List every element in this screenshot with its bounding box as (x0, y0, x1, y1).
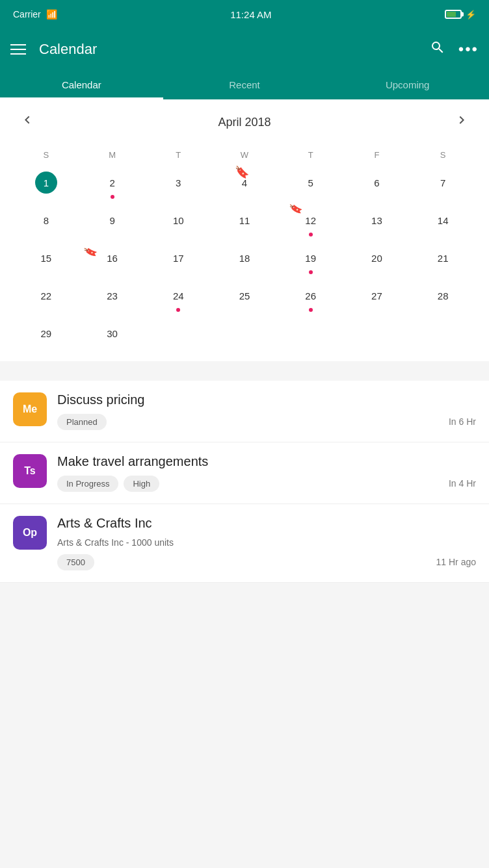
app-title: Calendar (39, 41, 97, 58)
event-time-travel: In 4 Hr (449, 476, 476, 489)
day-header-tue: T (145, 147, 211, 162)
calendar-day-12[interactable]: 🔖 12 (278, 205, 344, 240)
calendar-day-3[interactable]: 3 (145, 168, 211, 203)
calendar-day-26[interactable]: 26 (278, 281, 344, 316)
calendar-day-11[interactable]: 11 (211, 205, 278, 240)
event-time-discuss-pricing: In 6 Hr (449, 414, 476, 427)
lightning-icon: ⚡ (466, 10, 476, 19)
event-meta-discuss-pricing: Planned In 6 Hr (57, 414, 476, 430)
event-time-arts-crafts: 11 Hr ago (436, 554, 476, 567)
event-item-travel[interactable]: Ts Make travel arrangements In Progress … (0, 442, 489, 504)
calendar-nav: April 2018 (13, 110, 476, 134)
tab-bar: Calendar Recent Upcoming (0, 70, 489, 99)
calendar-day-5[interactable]: 5 (278, 168, 344, 203)
calendar-day-20[interactable]: 20 (344, 243, 410, 278)
battery-icon (445, 10, 462, 19)
calendar-day-empty-4 (344, 318, 410, 348)
calendar-day-8[interactable]: 8 (13, 205, 79, 240)
flag-icon-16: 🔖 (83, 244, 99, 260)
app-bar-right: ••• (430, 40, 479, 59)
calendar-day-9[interactable]: 9 (79, 205, 146, 240)
calendar-day-1[interactable]: 1 (13, 168, 79, 203)
calendar-section: April 2018 S M T W T F S 1 2 (0, 99, 489, 361)
event-tag-7500: 7500 (57, 554, 94, 570)
event-content-discuss-pricing: Discuss pricing Planned In 6 Hr (57, 392, 476, 430)
calendar-days: 1 2 3 🔖 4 5 6 7 8 (13, 168, 476, 348)
calendar-day-22[interactable]: 22 (13, 281, 79, 316)
status-bar: Carrier 📶 11:24 AM ⚡ (0, 0, 489, 29)
event-tags-travel: In Progress High (57, 476, 159, 492)
event-title-arts-crafts: Arts & Crafts Inc (57, 516, 476, 531)
tab-upcoming[interactable]: Upcoming (326, 70, 489, 99)
menu-line-2 (10, 49, 26, 50)
event-item-discuss-pricing[interactable]: Me Discuss pricing Planned In 6 Hr (0, 381, 489, 442)
day-header-wed: W (211, 147, 278, 162)
event-content-arts-crafts: Arts & Crafts Inc Arts & Crafts Inc - 10… (57, 516, 476, 570)
carrier-label: Carrier (13, 9, 41, 19)
event-dot (309, 308, 313, 312)
next-month-button[interactable] (447, 110, 476, 134)
calendar-day-10[interactable]: 10 (145, 205, 211, 240)
event-avatar-me: Me (13, 392, 47, 426)
battery-tip (462, 12, 464, 17)
event-dot (176, 308, 180, 312)
calendar-day-27[interactable]: 27 (344, 281, 410, 316)
more-icon[interactable]: ••• (458, 40, 479, 58)
wifi-icon: 📶 (46, 9, 57, 19)
search-icon[interactable] (430, 40, 445, 59)
event-item-arts-crafts[interactable]: Op Arts & Crafts Inc Arts & Crafts Inc -… (0, 504, 489, 583)
calendar-day-24[interactable]: 24 (145, 281, 211, 316)
tab-recent[interactable]: Recent (163, 70, 326, 99)
calendar-day-23[interactable]: 23 (79, 281, 146, 316)
calendar-day-7[interactable]: 7 (410, 168, 476, 203)
calendar-day-2[interactable]: 2 (79, 168, 146, 203)
menu-icon[interactable] (10, 44, 26, 55)
event-list: Me Discuss pricing Planned In 6 Hr Ts Ma… (0, 381, 489, 583)
event-tag-high: High (124, 476, 159, 492)
calendar-day-18[interactable]: 18 (211, 243, 278, 278)
calendar-day-19[interactable]: 19 (278, 243, 344, 278)
calendar-day-14[interactable]: 14 (410, 205, 476, 240)
calendar-day-30[interactable]: 30 (79, 318, 146, 348)
event-title-travel: Make travel arrangements (57, 454, 476, 469)
event-dot (111, 195, 114, 199)
day-header-mon: M (79, 147, 146, 162)
event-tag-in-progress: In Progress (57, 476, 118, 492)
calendar-day-6[interactable]: 6 (344, 168, 410, 203)
event-subtitle-arts-crafts: Arts & Crafts Inc - 1000 units (57, 537, 476, 548)
calendar-day-4[interactable]: 🔖 4 (211, 168, 278, 203)
calendar-day-empty-1 (145, 318, 211, 348)
calendar-day-21[interactable]: 21 (410, 243, 476, 278)
prev-month-button[interactable] (13, 110, 42, 134)
calendar-day-29[interactable]: 29 (13, 318, 79, 348)
event-tags-discuss-pricing: Planned (57, 414, 107, 430)
calendar-day-empty-2 (211, 318, 278, 348)
calendar-day-28[interactable]: 28 (410, 281, 476, 316)
app-bar-left: Calendar (10, 41, 97, 58)
status-left: Carrier 📶 (13, 9, 57, 19)
calendar-day-15[interactable]: 15 (13, 243, 79, 278)
day-header-fri: F (344, 147, 410, 162)
calendar-day-empty-5 (410, 318, 476, 348)
flag-icon-4: 🔖 (235, 165, 249, 179)
tab-calendar[interactable]: Calendar (0, 70, 163, 99)
app-bar: Calendar ••• (0, 29, 489, 70)
day-header-thu: T (278, 147, 344, 162)
menu-line-1 (10, 44, 26, 45)
event-tag-planned: Planned (57, 414, 107, 430)
event-dot (309, 270, 313, 274)
day-header-sun: S (13, 147, 79, 162)
calendar-day-25[interactable]: 25 (211, 281, 278, 316)
event-tags-arts-crafts: 7500 (57, 554, 94, 570)
status-right: ⚡ (445, 10, 476, 19)
calendar-day-empty-3 (278, 318, 344, 348)
event-content-travel: Make travel arrangements In Progress Hig… (57, 454, 476, 492)
spacer (0, 361, 489, 381)
day-headers: S M T W T F S (13, 147, 476, 162)
calendar-day-17[interactable]: 17 (145, 243, 211, 278)
calendar-day-13[interactable]: 13 (344, 205, 410, 240)
event-meta-travel: In Progress High In 4 Hr (57, 476, 476, 492)
status-time: 11:24 AM (230, 9, 271, 20)
calendar-day-16[interactable]: 🔖 16 (79, 243, 146, 278)
battery-fill (447, 12, 456, 17)
